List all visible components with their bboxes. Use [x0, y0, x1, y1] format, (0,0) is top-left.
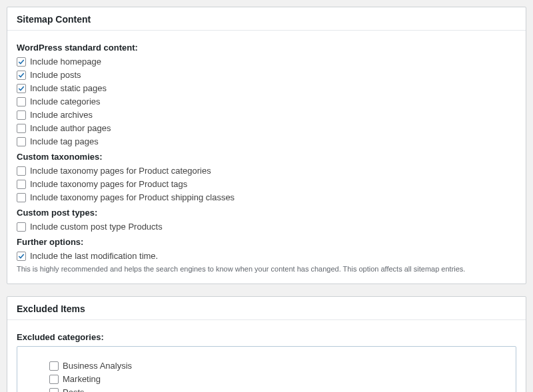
- group-title-custom-post-types: Custom post types:: [17, 208, 516, 218]
- checkbox-exclude-posts[interactable]: [49, 388, 59, 392]
- checkbox-include-categories[interactable]: [17, 97, 26, 106]
- option-last-modification-time: Include the last modification time.: [17, 251, 516, 261]
- checkbox-include-tag-pages[interactable]: [17, 137, 26, 146]
- checkbox-taxonomy-product-shipping[interactable]: [17, 193, 26, 202]
- checkbox-taxonomy-product-tags[interactable]: [17, 180, 26, 189]
- option-include-tag-pages: Include tag pages: [17, 136, 516, 146]
- option-custom-post-products: Include custom post type Products: [17, 222, 516, 232]
- label-include-author-pages: Include author pages: [30, 123, 111, 133]
- option-exclude-posts: Posts: [49, 387, 506, 392]
- checkbox-taxonomy-product-categories[interactable]: [17, 166, 26, 176]
- checkbox-include-homepage[interactable]: [17, 57, 26, 67]
- group-title-excluded-categories: Excluded categories:: [17, 332, 516, 342]
- label-custom-post-products: Include custom post type Products: [30, 222, 163, 232]
- checkbox-exclude-business-analysis[interactable]: [49, 361, 59, 371]
- checkbox-last-modification-time[interactable]: [17, 252, 26, 261]
- option-taxonomy-product-shipping: Include taxonomy pages for Product shipp…: [17, 192, 516, 202]
- checkbox-include-static-pages[interactable]: [17, 84, 26, 93]
- label-exclude-business-analysis: Business Analysis: [63, 361, 132, 371]
- label-exclude-marketing: Marketing: [63, 374, 101, 384]
- label-include-archives: Include archives: [30, 110, 93, 120]
- label-include-posts: Include posts: [30, 70, 81, 80]
- label-include-static-pages: Include static pages: [30, 83, 107, 93]
- checkbox-include-posts[interactable]: [17, 71, 26, 80]
- panel-title-sitemap-content: Sitemap Content: [7, 7, 526, 31]
- group-title-wp-standard: WordPress standard content:: [17, 43, 516, 53]
- label-taxonomy-product-categories: Include taxonomy pages for Product categ…: [30, 166, 211, 176]
- option-include-archives: Include archives: [17, 110, 516, 120]
- option-exclude-marketing: Marketing: [49, 374, 506, 384]
- panel-excluded-items: Excluded Items Excluded categories: Busi…: [7, 296, 526, 392]
- option-include-homepage: Include homepage: [17, 57, 516, 67]
- label-include-homepage: Include homepage: [30, 57, 101, 67]
- checkbox-custom-post-products[interactable]: [17, 222, 26, 232]
- label-taxonomy-product-tags: Include taxonomy pages for Product tags: [30, 179, 187, 189]
- checkbox-include-archives[interactable]: [17, 110, 26, 120]
- option-taxonomy-product-tags: Include taxonomy pages for Product tags: [17, 179, 516, 189]
- option-exclude-business-analysis: Business Analysis: [49, 361, 506, 371]
- label-include-categories: Include categories: [30, 97, 101, 106]
- option-include-static-pages: Include static pages: [17, 83, 516, 93]
- excluded-categories-box: Business Analysis Marketing Posts: [17, 346, 516, 392]
- helper-last-modification-time: This is highly recommended and helps the…: [17, 264, 516, 274]
- checkbox-include-author-pages[interactable]: [17, 124, 26, 133]
- option-include-categories: Include categories: [17, 97, 516, 106]
- label-last-modification-time: Include the last modification time.: [30, 251, 158, 261]
- option-taxonomy-product-categories: Include taxonomy pages for Product categ…: [17, 166, 516, 176]
- label-taxonomy-product-shipping: Include taxonomy pages for Product shipp…: [30, 192, 235, 202]
- group-title-further-options: Further options:: [17, 237, 516, 247]
- label-include-tag-pages: Include tag pages: [30, 136, 99, 146]
- option-include-posts: Include posts: [17, 70, 516, 80]
- panel-sitemap-content: Sitemap Content WordPress standard conte…: [7, 7, 526, 284]
- group-title-custom-taxonomies: Custom taxonomies:: [17, 152, 516, 162]
- label-exclude-posts: Posts: [63, 387, 85, 392]
- option-include-author-pages: Include author pages: [17, 123, 516, 133]
- checkbox-exclude-marketing[interactable]: [49, 375, 59, 384]
- panel-title-excluded-items: Excluded Items: [7, 297, 526, 320]
